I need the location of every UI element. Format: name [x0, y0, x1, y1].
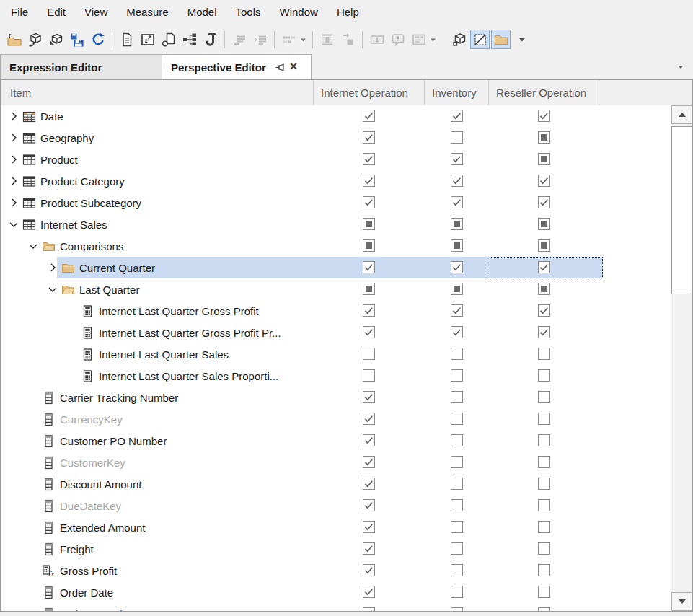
table-row[interactable]: Geography — [1, 127, 692, 149]
perspective-checkbox-unchecked[interactable] — [451, 521, 463, 533]
perspective-checkbox-checked[interactable] — [363, 153, 375, 165]
scrollbar-thumb[interactable] — [671, 126, 692, 294]
perspective-checkbox-checked[interactable] — [363, 478, 375, 490]
menu-view[interactable]: View — [75, 0, 117, 25]
perspective-checkbox-checked[interactable] — [363, 326, 375, 338]
perspective-checkbox-unchecked[interactable] — [451, 586, 463, 598]
save-button[interactable] — [67, 30, 87, 49]
chevron-right-icon[interactable] — [44, 261, 61, 274]
table-row[interactable]: Internet Sales — [1, 214, 692, 235]
perspective-checkbox-unchecked[interactable] — [451, 499, 463, 511]
table-edit-button[interactable] — [138, 30, 157, 49]
table-row[interactable]: Freight — [1, 538, 692, 560]
perspective-checkbox-unchecked[interactable] — [538, 348, 550, 360]
perspective-checkbox-unchecked[interactable] — [538, 369, 550, 382]
perspective-checkbox-unchecked[interactable] — [451, 369, 463, 382]
perspective-checkbox-indeterminate[interactable] — [538, 218, 550, 230]
table-row[interactable]: Order Date — [1, 581, 692, 603]
perspective-checkbox-checked[interactable] — [363, 499, 375, 511]
perspective-checkbox-checked[interactable] — [363, 304, 375, 317]
perspective-checkbox-checked[interactable] — [538, 175, 550, 187]
open-folder-button[interactable] — [4, 30, 24, 49]
perspective-checkbox-unchecked[interactable] — [451, 391, 463, 403]
perspective-checkbox-checked[interactable] — [363, 434, 375, 446]
perspective-checkbox-checked[interactable] — [363, 391, 375, 403]
perspective-checkbox-indeterminate[interactable] — [538, 131, 550, 144]
menu-edit[interactable]: Edit — [37, 0, 75, 25]
table-row[interactable]: 12Date — [1, 105, 692, 127]
menu-window[interactable]: Window — [270, 0, 327, 25]
table-row[interactable]: Internet Last Quarter Gross Profit — [1, 300, 692, 322]
perspective-checkbox-indeterminate[interactable] — [538, 239, 550, 252]
table-row[interactable]: Last Quarter — [1, 278, 692, 300]
perspective-checkbox-unchecked[interactable] — [451, 131, 463, 144]
document-button[interactable] — [117, 30, 136, 49]
chevron-right-icon[interactable] — [5, 131, 22, 144]
chevron-down-icon[interactable] — [25, 239, 42, 252]
chevron-down-icon[interactable] — [44, 283, 61, 296]
perspective-checkbox-unchecked[interactable] — [451, 413, 463, 425]
table-row[interactable]: Comparisons — [1, 235, 692, 257]
hierarchy-button[interactable] — [180, 30, 199, 49]
table-row[interactable]: Product Subcategory — [1, 192, 692, 214]
pin-icon[interactable] — [275, 62, 286, 73]
perspective-checkbox-checked[interactable] — [538, 304, 550, 317]
perspective-checkbox-unchecked[interactable] — [538, 607, 550, 611]
table-row[interactable]: Internet Last Quarter Sales — [1, 343, 692, 365]
tab-list-caret-icon[interactable] — [676, 62, 693, 72]
perspective-checkbox-checked[interactable] — [363, 586, 375, 598]
table-row[interactable]: Product — [1, 149, 692, 170]
perspective-checkbox-unchecked[interactable] — [451, 542, 463, 555]
menu-measure[interactable]: Measure — [117, 0, 177, 25]
close-icon[interactable]: × — [288, 60, 304, 74]
table-row[interactable]: CurrencyKey — [1, 408, 692, 430]
perspective-checkbox-indeterminate[interactable] — [363, 218, 375, 230]
scroll-down-button[interactable] — [671, 592, 692, 611]
perspective-toggle-button[interactable] — [470, 30, 490, 49]
table-row[interactable]: DueDateKey — [1, 495, 692, 516]
perspective-checkbox-checked[interactable] — [451, 326, 463, 338]
perspective-checkbox-unchecked[interactable] — [538, 391, 550, 403]
perspective-checkbox-checked[interactable] — [538, 196, 550, 208]
table-row[interactable]: Discount Amount — [1, 473, 692, 495]
table-row[interactable]: Current Quarter — [1, 257, 692, 278]
perspective-checkbox-checked[interactable] — [451, 175, 463, 187]
menu-model[interactable]: Model — [178, 0, 226, 25]
perspective-checkbox-unchecked[interactable] — [538, 456, 550, 468]
table-row[interactable]: Product Category — [1, 170, 692, 192]
table-row[interactable]: Carrier Tracking Number — [1, 387, 692, 408]
menu-help[interactable]: Help — [327, 0, 368, 25]
cube-button[interactable] — [449, 30, 469, 49]
perspective-checkbox-unchecked[interactable] — [538, 434, 550, 446]
perspective-checkbox-checked[interactable] — [363, 196, 375, 208]
table-row[interactable]: Extended Amount — [1, 516, 692, 538]
new-page-button[interactable] — [159, 30, 178, 49]
chevron-right-icon[interactable] — [5, 175, 22, 188]
perspective-checkbox-unchecked[interactable] — [538, 478, 550, 490]
perspective-checkbox-unchecked[interactable] — [538, 564, 550, 576]
perspective-checkbox-unchecked[interactable] — [451, 456, 463, 468]
tab-expression-editor[interactable]: Expression Editor — [0, 54, 162, 79]
table-row[interactable]: Customer PO Number — [1, 430, 692, 452]
perspective-checkbox-checked[interactable] — [363, 131, 375, 144]
perspective-checkbox-unchecked[interactable] — [538, 413, 550, 425]
perspective-checkbox-checked[interactable] — [451, 261, 463, 273]
perspective-checkbox-unchecked[interactable] — [451, 434, 463, 446]
perspective-checkbox-checked[interactable] — [363, 175, 375, 187]
perspective-checkbox-checked[interactable] — [363, 413, 375, 425]
perspective-checkbox-checked[interactable] — [451, 153, 463, 165]
perspective-checkbox-checked[interactable] — [363, 110, 375, 122]
table-row[interactable]: Internet Last Quarter Gross Profit Pr... — [1, 322, 692, 343]
perspective-checkbox-indeterminate[interactable] — [363, 283, 375, 295]
perspective-checkbox-unchecked[interactable] — [538, 586, 550, 598]
perspective-checkbox-unchecked[interactable] — [538, 521, 550, 533]
perspective-checkbox-unchecked[interactable] — [451, 348, 463, 360]
perspective-checkbox-checked[interactable] — [363, 564, 375, 576]
perspective-checkbox-checked[interactable] — [363, 456, 375, 468]
perspective-checkbox-checked[interactable] — [363, 261, 375, 273]
perspective-checkbox-checked[interactable] — [538, 110, 550, 122]
chevron-down-icon[interactable] — [5, 218, 22, 231]
perspective-checkbox-checked[interactable] — [451, 110, 463, 122]
perspective-checkbox-indeterminate[interactable] — [451, 283, 463, 295]
tab-perspective-editor[interactable]: Perspective Editor × — [162, 54, 312, 79]
